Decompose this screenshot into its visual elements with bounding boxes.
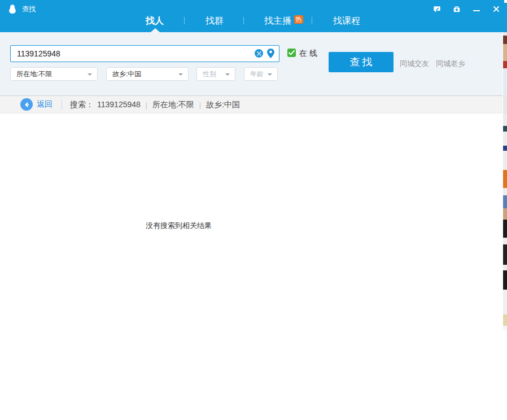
summary-prefix: 搜索： [70,100,94,109]
empty-result-message: 没有搜索到相关结果 [146,221,212,231]
titlebar: 查找 找人 [0,0,507,32]
divider [62,99,62,110]
link-city-hometown[interactable]: 同城老乡 [436,59,465,69]
online-checkbox[interactable] [287,49,296,57]
chevron-down-icon [225,73,230,76]
qq-find-window: 查找 找人 [0,0,507,420]
window-controls [432,5,501,14]
side-links: 同城交友 同城老乡 [400,59,465,69]
summary-filter-hometown: 故乡:中国 [206,100,240,109]
minimize-button[interactable] [471,5,482,14]
search-panel: 在 线 查找 同城交友 同城老乡 所在地:不限 故乡:中国 性别 年龄 [0,32,502,95]
online-label[interactable]: 在 线 [299,49,317,59]
search-summary: 搜索：1139125948|所在地:不限|故乡:中国 [70,100,240,110]
results-area: 没有搜索到相关结果 [0,113,502,420]
back-button[interactable]: 返回 [20,98,53,111]
back-label: 返回 [37,99,53,110]
search-box [10,45,279,62]
filter-age-value: 年龄 [250,70,264,78]
security-kit-icon[interactable] [452,5,462,14]
filter-location-value: 所在地:不限 [16,70,52,78]
corner-notch [504,0,507,3]
window-title: 查找 [22,5,36,14]
back-arrow-icon [20,98,33,111]
filter-hometown-dropdown[interactable]: 故乡:中国 [106,67,189,81]
result-summary-bar: 返回 搜索：1139125948|所在地:不限|故乡:中国 [0,95,502,113]
tab-find-group[interactable]: 找群 [206,15,224,27]
search-button[interactable]: 查找 [329,52,394,72]
link-city-friends[interactable]: 同城交友 [400,59,429,69]
location-pin-icon[interactable] [267,49,274,58]
feedback-icon[interactable] [432,5,442,14]
tab-find-course[interactable]: 找课程 [333,15,360,27]
chevron-down-icon [88,73,92,76]
summary-filter-location: 所在地:不限 [152,100,194,109]
background-window-strip [502,32,507,420]
filter-gender-dropdown[interactable]: 性别 [196,67,235,81]
filter-location-dropdown[interactable]: 所在地:不限 [10,67,98,81]
clear-input-icon[interactable] [255,49,263,58]
chevron-down-icon [268,73,272,76]
filter-gender-value: 性别 [203,70,216,78]
active-tab-pointer [151,28,160,32]
filter-hometown-value: 故乡:中国 [112,70,141,78]
filter-age-dropdown[interactable]: 年龄 [244,67,278,81]
hot-badge: 热 [294,15,303,24]
tab-find-streamer[interactable]: 找主播 [264,15,291,27]
title-group: 查找 [7,4,36,14]
tab-find-people[interactable]: 找人 [146,15,164,27]
tab-separator [184,17,185,24]
chevron-down-icon [178,73,183,76]
summary-query: 1139125948 [97,100,141,109]
qq-penguin-icon [7,4,18,14]
close-button[interactable] [491,5,501,14]
tab-separator [243,17,244,24]
search-input[interactable] [11,46,279,62]
tab-separator [312,17,312,24]
